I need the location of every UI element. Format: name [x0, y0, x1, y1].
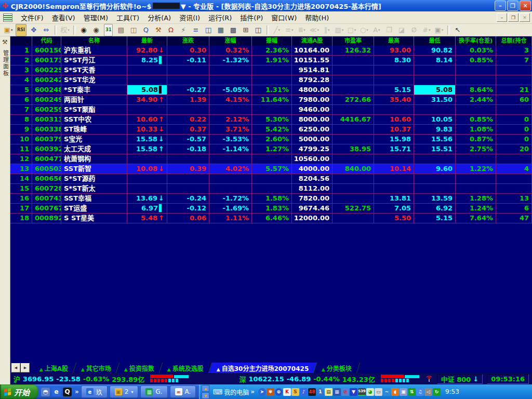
table-row[interactable]: 8600313SST中农10.60↑0.222.12%5.30%8000.004… — [10, 115, 532, 125]
column-header-high[interactable]: 最高 — [374, 36, 414, 46]
cell-total[interactable]: 60 — [496, 95, 532, 104]
cell-amp[interactable] — [252, 154, 292, 164]
tray-printer-icon[interactable]: ▭ — [375, 388, 382, 396]
mdi-restore-button[interactable]: ❐ — [508, 13, 518, 22]
tray-swoosh-icon[interactable]: ~ — [383, 388, 391, 396]
window-chart4-icon[interactable]: ◫ — [252, 25, 264, 35]
cell-pct[interactable]: 0.32% — [209, 46, 252, 55]
cell-float_a[interactable]: 8792.28 — [292, 75, 332, 85]
cell-name[interactable]: S*ST源药 — [61, 174, 127, 183]
cell-n[interactable]: 7 — [10, 105, 32, 114]
cell-float_a[interactable]: 8112.00 — [292, 184, 332, 193]
tab-scroll-left-button[interactable]: ◀ — [11, 363, 20, 373]
cell-low[interactable] — [414, 174, 456, 183]
tray-note2-icon[interactable]: ♫ — [416, 388, 424, 396]
lock-pen-icon[interactable]: Ø — [408, 25, 420, 35]
menu-run[interactable]: 运行(R) — [204, 11, 236, 23]
cell-float_a[interactable]: 4000.00 — [292, 164, 332, 174]
cell-last[interactable] — [127, 184, 167, 193]
cell-code[interactable]: 600242 — [32, 75, 61, 85]
review-icon[interactable]: ◉ — [78, 25, 89, 35]
menu-tools[interactable]: 工具(T) — [112, 11, 143, 23]
cell-pct[interactable] — [209, 184, 252, 193]
tab-shanghai-a[interactable]: ▲上海A股 — [32, 363, 77, 373]
table-row[interactable]: 12600477杭萧钢构10560.00 — [10, 154, 532, 164]
cell-n[interactable]: 2 — [10, 56, 32, 65]
cell-n[interactable]: 17 — [10, 204, 32, 213]
cell-amp[interactable]: 1.58% — [252, 194, 292, 203]
cell-last[interactable] — [127, 75, 167, 85]
cell-name[interactable]: S*ST新太 — [61, 184, 127, 193]
table-row[interactable]: 13600503SST新智10.08↓0.394.02%5.57%4000.00… — [10, 164, 532, 174]
cell-high[interactable]: 10.37 — [374, 125, 414, 134]
cell-pct[interactable]: 3.71% — [209, 125, 252, 134]
column-header-last[interactable]: 最新 — [127, 36, 167, 46]
quicklaunch-chevron[interactable]: » — [75, 388, 79, 395]
cell-code[interactable]: 000892 — [32, 214, 61, 223]
tray-blocked-icon[interactable]: ⊘ — [341, 388, 349, 396]
cell-code[interactable]: 600728 — [32, 184, 61, 193]
cell-turn[interactable] — [456, 75, 496, 85]
cell-last[interactable] — [127, 105, 167, 114]
tab-system-stocks[interactable]: ▲系统及选股 — [159, 363, 212, 373]
cell-last[interactable]: 34.90↑ — [127, 95, 167, 104]
cell-low[interactable]: 13.59 — [414, 194, 456, 203]
cell-pe[interactable] — [332, 135, 374, 144]
cell-pct[interactable]: -1.69% — [209, 204, 252, 213]
cell-n[interactable]: 12 — [10, 154, 32, 164]
cell-high[interactable] — [374, 174, 414, 183]
cell-code[interactable]: 600503 — [32, 164, 61, 174]
cell-high[interactable]: 15.98 — [374, 135, 414, 144]
tray-539-badge-icon[interactable]: 539 — [358, 388, 366, 396]
cell-low[interactable]: 31.50 — [414, 95, 456, 104]
cell-pe[interactable] — [332, 105, 374, 114]
cell-last[interactable]: 92.80↓ — [127, 46, 167, 55]
taskbar-scroll-up[interactable]: ▲ — [202, 385, 209, 392]
cell-chg[interactable] — [167, 174, 209, 183]
cell-amp[interactable]: 2.36% — [252, 46, 292, 55]
cell-turn[interactable] — [456, 184, 496, 193]
cell-pe[interactable]: 840.00 — [332, 164, 374, 174]
cell-n[interactable]: 18 — [10, 214, 32, 223]
cell-last[interactable]: 10.60↑ — [127, 115, 167, 124]
draw-ellipse-icon[interactable]: ○▾ — [358, 25, 370, 35]
cell-code[interactable]: 600767 — [32, 204, 61, 213]
cell-chg[interactable]: -0.27 — [167, 85, 209, 95]
cell-code[interactable]: 600656 — [32, 174, 61, 183]
cell-name[interactable]: S ST星美 — [61, 214, 127, 223]
tray-horn-icon[interactable]: ◖ — [391, 388, 399, 396]
cell-low[interactable]: 6.92 — [414, 204, 456, 213]
tab-scroll-right-button[interactable]: ▶ — [21, 363, 30, 373]
cell-last[interactable]: 10.08↓ — [127, 164, 167, 174]
messenger-icon[interactable]: ◓ — [41, 388, 50, 396]
cell-amp[interactable]: 1.27% — [252, 144, 292, 154]
cell-code[interactable]: 600392 — [32, 144, 61, 154]
cell-low[interactable]: 5.15 — [414, 214, 456, 223]
screen-search-icon[interactable]: Q — [140, 25, 152, 35]
cell-pct[interactable]: 2.12% — [209, 115, 252, 124]
cell-low[interactable]: 15.51 — [414, 144, 456, 154]
pointer-cursor-icon[interactable]: ↖ — [452, 25, 463, 35]
cell-amp[interactable]: 5.42% — [252, 125, 292, 134]
cell-low[interactable]: 5.08 — [414, 85, 456, 95]
cell-high[interactable] — [374, 184, 414, 193]
replay-icon[interactable]: ◉ — [90, 25, 102, 35]
draw-rect-icon[interactable]: □▾ — [346, 25, 357, 35]
cell-name[interactable]: ST运盛 — [61, 204, 127, 213]
cell-total[interactable] — [496, 154, 532, 164]
open-book-icon[interactable]: ◫ — [128, 25, 139, 35]
cell-code[interactable]: 600259 — [32, 105, 61, 114]
cell-n[interactable]: 16 — [10, 194, 32, 203]
cell-amp[interactable] — [252, 105, 292, 114]
table-row[interactable]: 9600338ST珠峰10.33↓0.373.71%5.42%6250.0010… — [10, 125, 532, 135]
table-row[interactable]: 15600728S*ST新太8112.00 — [10, 184, 532, 194]
cell-code[interactable]: 600150 — [32, 46, 61, 55]
draw-line-icon[interactable]: ╱▾ — [271, 25, 283, 35]
scale-horizontal-icon[interactable]: ⇔ — [41, 25, 52, 35]
cell-float_a[interactable]: 6250.00 — [292, 125, 332, 134]
menu-help[interactable]: 帮助(H) — [301, 11, 333, 23]
window-chart2-icon[interactable]: ▩ — [228, 25, 239, 35]
table-row[interactable]: 4600242S*ST华龙8792.28 — [10, 75, 532, 85]
cell-float_a[interactable]: 8000.00 — [292, 115, 332, 124]
cell-pe[interactable] — [332, 56, 374, 65]
